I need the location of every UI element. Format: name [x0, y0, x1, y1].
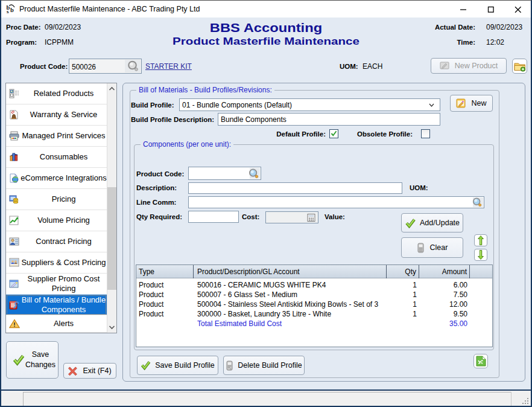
svg-text:s: s — [7, 8, 9, 14]
svg-text:b: b — [10, 7, 14, 13]
